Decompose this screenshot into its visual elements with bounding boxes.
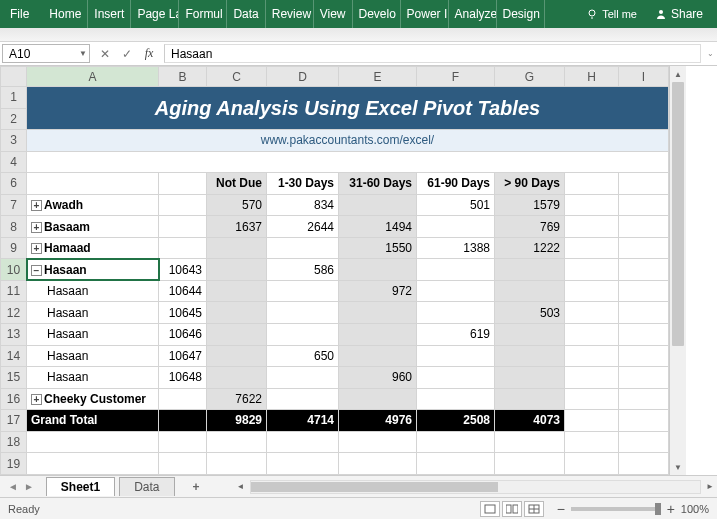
- tab-page-layout[interactable]: Page La: [131, 0, 179, 28]
- zoom-slider[interactable]: [571, 507, 661, 511]
- chevron-down-icon[interactable]: ▼: [79, 49, 87, 58]
- formula-input[interactable]: Hasaan: [164, 44, 701, 63]
- spreadsheet-grid[interactable]: A B C D E F G H I 1Aging Analysis Using …: [0, 66, 669, 475]
- pivot-row-name[interactable]: Hasaan: [27, 367, 159, 389]
- cell[interactable]: [339, 345, 417, 367]
- fx-icon[interactable]: fx: [138, 42, 160, 65]
- enter-icon[interactable]: ✓: [116, 42, 138, 65]
- cell[interactable]: 1388: [417, 237, 495, 259]
- pivot-data-row[interactable]: 12Hasaan10645503: [1, 302, 669, 324]
- cell[interactable]: [267, 237, 339, 259]
- row-header[interactable]: 8: [1, 216, 27, 238]
- pivot-data-row[interactable]: 13Hasaan10646619: [1, 324, 669, 346]
- tab-view[interactable]: View: [314, 0, 353, 28]
- add-sheet-icon[interactable]: +: [179, 478, 214, 496]
- cell[interactable]: [267, 324, 339, 346]
- tab-power[interactable]: Power I: [401, 0, 449, 28]
- pivot-data-row[interactable]: 11Hasaan10644972: [1, 280, 669, 302]
- tab-insert[interactable]: Insert: [88, 0, 131, 28]
- horizontal-scrollbar[interactable]: ◄ ►: [234, 480, 717, 494]
- cell[interactable]: 2644: [267, 216, 339, 238]
- row-header[interactable]: 18: [1, 431, 27, 453]
- tab-analyze[interactable]: Analyze: [449, 0, 497, 28]
- cell[interactable]: [417, 216, 495, 238]
- expand-icon[interactable]: +: [31, 394, 42, 405]
- cell[interactable]: [339, 194, 417, 216]
- cell[interactable]: [267, 367, 339, 389]
- cell[interactable]: [207, 367, 267, 389]
- cell[interactable]: 1222: [495, 237, 565, 259]
- row-header[interactable]: 19: [1, 453, 27, 475]
- sheet-tab-data[interactable]: Data: [119, 477, 174, 496]
- cell[interactable]: 7622: [207, 388, 267, 410]
- row-header[interactable]: 17: [1, 410, 27, 432]
- formula-expand-icon[interactable]: ⌄: [703, 42, 717, 65]
- pivot-data-row[interactable]: 10−Hasaan10643586: [1, 259, 669, 281]
- cell[interactable]: [267, 388, 339, 410]
- cell[interactable]: 10643: [159, 259, 207, 281]
- view-page-layout-icon[interactable]: [502, 501, 522, 517]
- cell[interactable]: 503: [495, 302, 565, 324]
- cell[interactable]: [339, 388, 417, 410]
- row-header[interactable]: 3: [1, 130, 27, 152]
- cell[interactable]: 1579: [495, 194, 565, 216]
- pivot-row-name[interactable]: +Hamaad: [27, 237, 159, 259]
- cell[interactable]: 1494: [339, 216, 417, 238]
- vertical-scrollbar[interactable]: ▲ ▼: [669, 66, 686, 475]
- scroll-thumb[interactable]: [672, 82, 684, 346]
- row-header[interactable]: 10: [1, 259, 27, 281]
- scroll-left-icon[interactable]: ◄: [234, 482, 248, 491]
- cell[interactable]: [339, 302, 417, 324]
- cell[interactable]: [159, 194, 207, 216]
- row-header[interactable]: 2: [1, 108, 27, 130]
- cell[interactable]: [417, 388, 495, 410]
- cell[interactable]: [417, 345, 495, 367]
- row-header[interactable]: 11: [1, 280, 27, 302]
- cell[interactable]: 586: [267, 259, 339, 281]
- row-header[interactable]: 16: [1, 388, 27, 410]
- cell[interactable]: [159, 216, 207, 238]
- cell[interactable]: [207, 237, 267, 259]
- cell[interactable]: 1550: [339, 237, 417, 259]
- row-header[interactable]: 7: [1, 194, 27, 216]
- share-button[interactable]: Share: [645, 7, 713, 21]
- pivot-row-name[interactable]: −Hasaan: [27, 259, 159, 281]
- tell-me[interactable]: Tell me: [578, 8, 645, 20]
- sheet-nav[interactable]: ◄►: [0, 481, 42, 492]
- tab-file[interactable]: File: [4, 0, 43, 28]
- expand-icon[interactable]: +: [31, 243, 42, 254]
- cell[interactable]: [267, 280, 339, 302]
- scroll-up-icon[interactable]: ▲: [670, 66, 686, 82]
- cell[interactable]: 972: [339, 280, 417, 302]
- view-normal-icon[interactable]: [480, 501, 500, 517]
- select-all-corner[interactable]: [1, 67, 27, 87]
- expand-icon[interactable]: +: [31, 222, 42, 233]
- cell[interactable]: 650: [267, 345, 339, 367]
- row-header[interactable]: 4: [1, 151, 27, 173]
- cell[interactable]: 10644: [159, 280, 207, 302]
- tab-formulas[interactable]: Formul: [179, 0, 227, 28]
- cell[interactable]: [495, 345, 565, 367]
- pivot-row-name[interactable]: Hasaan: [27, 280, 159, 302]
- row-header[interactable]: 13: [1, 324, 27, 346]
- cell[interactable]: [207, 324, 267, 346]
- tab-data[interactable]: Data: [227, 0, 265, 28]
- cell[interactable]: [495, 259, 565, 281]
- pivot-row-name[interactable]: +Cheeky Customer: [27, 388, 159, 410]
- cell[interactable]: 1637: [207, 216, 267, 238]
- expand-icon[interactable]: +: [31, 200, 42, 211]
- sheet-tab-active[interactable]: Sheet1: [46, 477, 115, 496]
- scroll-right-icon[interactable]: ►: [703, 482, 717, 491]
- cell[interactable]: 10647: [159, 345, 207, 367]
- tab-review[interactable]: Review: [266, 0, 314, 28]
- cell[interactable]: 769: [495, 216, 565, 238]
- tab-design[interactable]: Design: [497, 0, 545, 28]
- cell[interactable]: 501: [417, 194, 495, 216]
- column-headers[interactable]: A B C D E F G H I: [1, 67, 669, 87]
- cell[interactable]: 960: [339, 367, 417, 389]
- row-header[interactable]: 6: [1, 173, 27, 195]
- pivot-data-row[interactable]: 15Hasaan10648960: [1, 367, 669, 389]
- pivot-data-row[interactable]: 8+Basaam163726441494769: [1, 216, 669, 238]
- tab-home[interactable]: Home: [43, 0, 88, 28]
- zoom-control[interactable]: − + 100%: [555, 501, 709, 517]
